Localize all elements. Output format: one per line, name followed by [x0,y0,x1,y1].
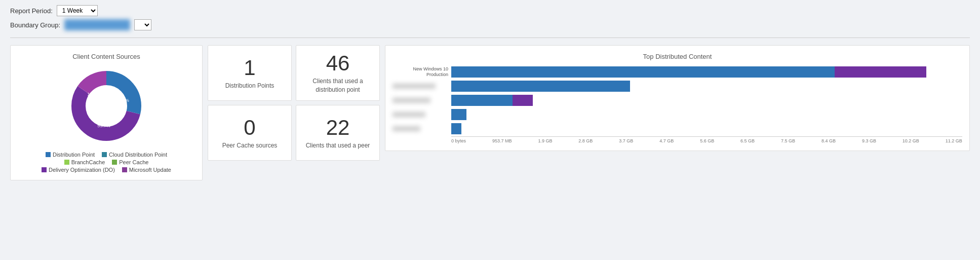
stat-number-clients-dp: 46 [326,52,350,75]
pie-label-3: 55.7% [97,123,110,128]
bar-segment-4-0 [451,123,461,134]
legend-do: Delivery Optimization (DO) [42,167,115,173]
bar-row-4 [393,123,962,134]
x-label-12: 11.2 GB [946,138,962,143]
bar-row-0: New Windows 10Production [393,66,962,78]
x-label-8: 7.5 GB [781,138,795,143]
bar-segment-0-1 [835,66,927,78]
pie-chart-card: Client Content Sources 28.8% 15.6% 55.7% [10,45,203,180]
legend-label-ms-update: Microsoft Update [129,167,171,173]
x-label-6: 5.6 GB [700,138,714,143]
legend-cloud-dp: Cloud Distribution Point [102,152,167,158]
stat-number-peer-cache: 0 [244,116,255,139]
bar-track-4 [451,123,962,134]
legend-label-distribution-point: Distribution Point [53,152,95,158]
legend-dot-ms-update [122,167,127,172]
legend-label-do: Delivery Optimization (DO) [49,167,115,173]
stat-card-clients-dp: 46 Clients that used a distribution poin… [296,45,380,101]
bar-row-1 [393,81,962,92]
stat-label-clients-peer: Clients that used a peer [306,141,370,150]
pie-label-2: 15.6% [87,92,100,97]
stat-label-dp: Distribution Points [225,82,275,90]
bar-chart-card: Top Distributed Content New Windows 10Pr… [385,45,970,151]
x-label-7: 6.5 GB [740,138,755,143]
boundary-group-select[interactable] [134,19,151,30]
legend-dot-cloud-dp [102,152,107,157]
legend-peer-cache: Peer Cache [112,159,148,165]
legend-label-branchcache: BranchCache [71,159,105,165]
bar-track-3 [451,109,962,120]
x-axis: 0 bytes 953.7 MB 1.9 GB 2.8 GB 3.7 GB 4.… [451,136,962,143]
dashboard-row: Client Content Sources 28.8% 15.6% 55.7% [10,45,970,180]
legend-distribution-point: Distribution Point [46,152,95,158]
pie-chart-container: 28.8% 15.6% 55.7% [18,65,195,146]
bar-segment-2-0 [451,95,513,106]
x-label-2: 1.9 GB [538,138,552,143]
legend-label-cloud-dp: Cloud Distribution Point [109,152,167,158]
stat-cards-col: 1 Distribution Points 46 Clients that us… [208,45,380,161]
bar-track-1 [451,81,962,92]
bar-segment-1-0 [451,81,630,92]
bar-track-2 [451,95,962,106]
legend-row-3: Delivery Optimization (DO) Microsoft Upd… [42,167,171,173]
bar-track-0 [451,66,962,78]
bar-label-1 [393,84,448,89]
bar-label-0: New Windows 10Production [393,66,448,78]
boundary-group-input[interactable] [64,19,130,30]
legend-dot-do [42,167,47,172]
legend-ms-update: Microsoft Update [122,167,171,173]
section-divider [10,38,970,38]
bar-chart-area: New Windows 10Production [393,66,962,143]
x-label-11: 10.2 GB [903,138,919,143]
legend-row-2: BranchCache Peer Cache [64,159,149,165]
donut-chart: 28.8% 15.6% 55.7% [66,65,147,146]
stat-number-dp: 1 [244,56,255,80]
bar-segment-2-1 [513,95,533,106]
report-period-select[interactable]: 1 Week 2 Weeks 1 Month [57,5,98,16]
bar-label-3 [393,112,448,117]
stat-number-clients-peer: 22 [326,116,350,139]
legend-row-1: Distribution Point Cloud Distribution Po… [46,152,167,158]
legend-dot-peer-cache [112,160,117,165]
stat-label-peer-cache: Peer Cache sources [222,141,278,150]
report-period-filter: Report Period: 1 Week 2 Weeks 1 Month [10,5,970,16]
report-period-label: Report Period: [10,7,53,15]
stat-card-clients-peer: 22 Clients that used a peer [296,105,380,161]
bar-label-2 [393,98,448,103]
stat-card-distribution-points: 1 Distribution Points [208,45,292,101]
legend-dot-branchcache [64,160,69,165]
x-label-3: 2.8 GB [578,138,593,143]
bar-row-2 [393,95,962,106]
boundary-group-label: Boundary Group: [10,21,60,29]
stat-card-peer-cache-sources: 0 Peer Cache sources [208,105,292,161]
bar-chart-title: Top Distributed Content [393,53,962,60]
x-label-1: 953.7 MB [492,138,512,143]
pie-legend: Distribution Point Cloud Distribution Po… [18,152,195,173]
filters-row: Report Period: 1 Week 2 Weeks 1 Month Bo… [10,5,970,30]
bar-label-4 [393,126,448,131]
x-label-4: 3.7 GB [619,138,633,143]
legend-label-peer-cache: Peer Cache [119,159,148,165]
x-label-9: 8.4 GB [821,138,836,143]
pie-label-1: 28.8% [116,98,129,103]
stat-row-1: 1 Distribution Points 46 Clients that us… [208,45,380,101]
bar-segment-3-0 [451,109,466,120]
bar-rows: New Windows 10Production [393,66,962,134]
legend-dot-distribution-point [46,152,51,157]
pie-chart-title: Client Content Sources [18,53,195,60]
x-label-5: 4.7 GB [659,138,674,143]
bar-row-3 [393,109,962,120]
x-label-10: 9.3 GB [862,138,876,143]
stat-label-clients-dp: Clients that used a distribution point [303,77,372,94]
stat-row-2: 0 Peer Cache sources 22 Clients that use… [208,105,380,161]
legend-branchcache: BranchCache [64,159,105,165]
page-wrapper: Report Period: 1 Week 2 Weeks 1 Month Bo… [0,0,980,191]
boundary-group-filter: Boundary Group: [10,19,970,30]
x-label-0: 0 bytes [451,138,466,143]
bar-segment-0-0 [451,66,835,78]
